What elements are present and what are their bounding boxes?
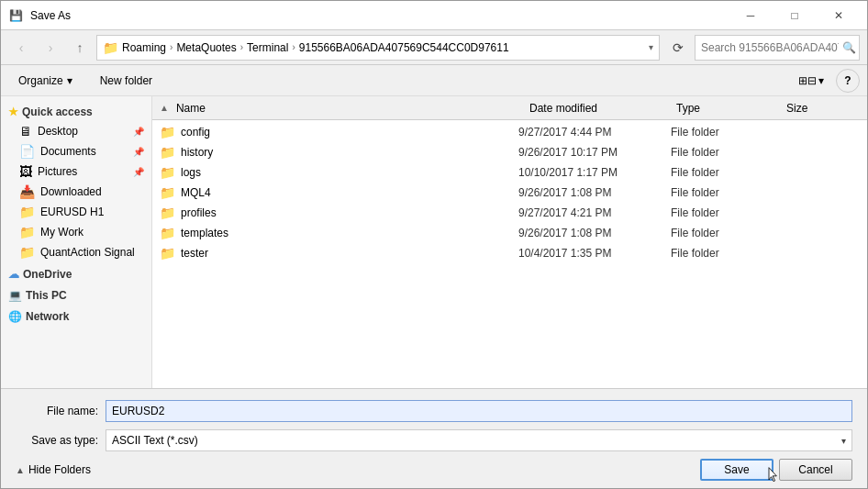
- table-row[interactable]: 📁 config 9/27/2017 4:44 PM File folder: [152, 122, 867, 142]
- navigation-toolbar: ‹ › ↑ 📁 Roaming › MetaQuotes › Terminal …: [1, 30, 867, 65]
- file-date: 9/26/2017 1:08 PM: [518, 227, 665, 239]
- window-title: Save As: [30, 9, 71, 22]
- help-icon: ?: [844, 74, 851, 87]
- folder-icon: 📁: [160, 206, 175, 220]
- column-size-header[interactable]: Size: [786, 102, 860, 115]
- filename-input[interactable]: [106, 400, 852, 422]
- quick-access-label: Quick access: [22, 106, 93, 118]
- file-name: history: [181, 146, 513, 159]
- sidebar-onedrive-header[interactable]: ☁ OneDrive: [1, 262, 151, 283]
- back-icon: ‹: [19, 40, 24, 55]
- onedrive-label: OneDrive: [23, 268, 72, 281]
- table-row[interactable]: 📁 profiles 9/27/2017 4:21 PM File folder: [152, 203, 867, 223]
- bottom-bar: File name: Save as type: ASCII Text (*.c…: [1, 388, 867, 488]
- organize-label: Organize: [18, 74, 63, 87]
- folder-icon: 📁: [160, 165, 175, 180]
- sidebar-quantaction-label: QuantAction Signal: [40, 246, 135, 259]
- savetype-row: Save as type: ASCII Text (*.csv) ▾: [16, 429, 852, 451]
- back-button[interactable]: ‹: [8, 35, 34, 61]
- mywork-folder-icon: 📁: [19, 225, 35, 239]
- star-icon: ★: [8, 106, 18, 118]
- cancel-button[interactable]: Cancel: [779, 459, 852, 481]
- close-button[interactable]: ✕: [818, 1, 860, 30]
- breadcrumb-bar[interactable]: 📁 Roaming › MetaQuotes › Terminal › 9155…: [96, 35, 660, 61]
- file-name: logs: [181, 166, 513, 179]
- save-button[interactable]: Save: [700, 459, 773, 481]
- sidebar-item-eurusd[interactable]: 📁 EURUSD H1: [1, 202, 151, 222]
- refresh-button[interactable]: ⟳: [665, 35, 691, 61]
- table-row[interactable]: 📁 logs 10/10/2017 1:17 PM File folder: [152, 162, 867, 183]
- sidebar-item-downloaded[interactable]: 📥 Downloaded: [1, 182, 151, 202]
- help-button[interactable]: ?: [836, 69, 860, 93]
- column-name-header[interactable]: Name: [176, 102, 529, 115]
- file-name: config: [181, 126, 513, 139]
- folder-icon: 📁: [160, 226, 175, 240]
- up-button[interactable]: ↑: [67, 35, 93, 61]
- maximize-button[interactable]: □: [773, 1, 816, 30]
- sidebar-mywork-label: My Work: [40, 226, 83, 239]
- save-button-container: Save: [700, 459, 773, 481]
- savetype-value: ASCII Text (*.csv): [112, 434, 198, 447]
- sidebar-documents-label: Documents: [40, 145, 96, 158]
- folder-icon: 📁: [160, 125, 175, 139]
- file-name: MQL4: [181, 186, 513, 199]
- column-type-header[interactable]: Type: [676, 102, 786, 115]
- organize-button[interactable]: Organize ▾: [8, 69, 83, 93]
- search-input[interactable]: [701, 41, 839, 54]
- savetype-select[interactable]: ASCII Text (*.csv) ▾: [106, 429, 852, 451]
- table-row[interactable]: 📁 MQL4 9/26/2017 1:08 PM File folder: [152, 183, 867, 203]
- folder-icon: 📁: [160, 246, 175, 261]
- pin-icon-desktop: 📌: [133, 127, 144, 137]
- file-date: 10/10/2017 1:17 PM: [518, 166, 665, 179]
- sidebar-item-mywork[interactable]: 📁 My Work: [1, 222, 151, 242]
- sidebar-item-pictures[interactable]: 🖼 Pictures 📌: [1, 161, 151, 182]
- sidebar-quick-access-header[interactable]: ★ Quick access: [1, 100, 151, 121]
- minimize-button[interactable]: ─: [729, 1, 772, 30]
- form-buttons: ▲ Hide Folders Save Cancel: [16, 459, 852, 481]
- forward-button[interactable]: ›: [38, 35, 63, 61]
- file-type: File folder: [671, 206, 781, 219]
- title-bar-left: 💾 Save As: [8, 8, 71, 23]
- filename-label: File name:: [16, 405, 98, 417]
- sidebar-item-documents[interactable]: 📄 Documents 📌: [1, 141, 151, 161]
- refresh-icon: ⟳: [673, 40, 684, 55]
- table-row[interactable]: 📁 tester 10/4/2017 1:35 PM File folder: [152, 243, 867, 263]
- view-button[interactable]: ⊞⊟ ▾: [792, 69, 830, 93]
- breadcrumb-sep-3: ›: [292, 42, 295, 52]
- folder-icon: 📁: [160, 145, 175, 160]
- new-folder-label: New folder: [100, 74, 152, 87]
- sidebar-item-quantaction[interactable]: 📁 QuantAction Signal: [1, 242, 151, 262]
- sidebar-eurusd-label: EURUSD H1: [40, 206, 104, 218]
- breadcrumb-roaming[interactable]: Roaming: [122, 41, 166, 54]
- sidebar-pictures-label: Pictures: [38, 165, 77, 178]
- breadcrumb-hash[interactable]: 915566BA06ADA407569C544CC0D97611: [299, 41, 509, 54]
- breadcrumb-dropdown-icon[interactable]: ▾: [649, 42, 653, 52]
- file-name: templates: [181, 227, 513, 239]
- sidebar: ★ Quick access 🖥 Desktop 📌 📄 Documents 📌…: [1, 96, 152, 388]
- sort-icon: ▲: [160, 103, 169, 113]
- column-date-header[interactable]: Date modified: [529, 102, 676, 115]
- breadcrumb-metaquotes[interactable]: MetaQuotes: [176, 41, 236, 54]
- file-date: 9/27/2017 4:44 PM: [518, 126, 665, 139]
- sidebar-network-header[interactable]: 🌐 Network: [1, 305, 151, 326]
- hide-folders-link[interactable]: ▲ Hide Folders: [16, 463, 91, 476]
- breadcrumb-terminal[interactable]: Terminal: [247, 41, 288, 54]
- search-box[interactable]: 🔍: [695, 35, 860, 61]
- table-row[interactable]: 📁 templates 9/26/2017 1:08 PM File folde…: [152, 223, 867, 243]
- downloaded-icon: 📥: [19, 184, 35, 199]
- file-type: File folder: [671, 247, 781, 260]
- breadcrumb-folder-icon: 📁: [103, 40, 118, 55]
- table-row[interactable]: 📁 history 9/26/2017 10:17 PM File folder: [152, 142, 867, 162]
- file-type: File folder: [671, 227, 781, 239]
- sidebar-desktop-label: Desktop: [38, 125, 78, 138]
- folder-icon: 📁: [160, 185, 175, 200]
- sidebar-item-desktop[interactable]: 🖥 Desktop 📌: [1, 121, 151, 141]
- pin-icon-pictures: 📌: [133, 167, 144, 177]
- file-date: 9/27/2017 4:21 PM: [518, 206, 665, 219]
- eurusd-folder-icon: 📁: [19, 205, 35, 219]
- filename-row: File name:: [16, 400, 852, 422]
- breadcrumb-sep-1: ›: [170, 42, 172, 52]
- documents-icon: 📄: [19, 144, 35, 159]
- sidebar-thispc-header[interactable]: 💻 This PC: [1, 283, 151, 305]
- new-folder-button[interactable]: New folder: [90, 69, 162, 93]
